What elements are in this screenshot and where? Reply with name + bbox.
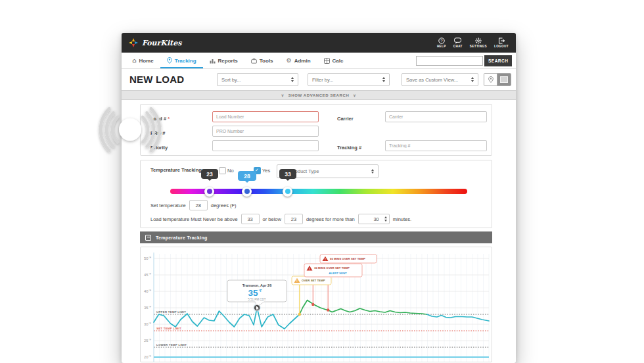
svg-text:20°F: 20°F [144, 355, 152, 359]
stepper-arrows-icon [381, 216, 387, 222]
page-title: NEW LOAD [129, 74, 184, 85]
page: { "topbar": { "brand": "FourKites", "act… [0, 0, 644, 363]
sort-by-select[interactable]: Sort by... [217, 73, 298, 86]
svg-text:50°F: 50°F [144, 256, 152, 260]
svg-text:ALERT SENT: ALERT SENT [329, 272, 347, 275]
collapse-icon[interactable] [145, 235, 151, 241]
calc-grid-icon [324, 58, 330, 64]
load-number-input[interactable] [212, 111, 319, 122]
chevron-down-icon: ∨ [353, 93, 356, 97]
nav-bar: ⌂ Home Tracking Reports Tools ⚙ Admin Ca… [122, 53, 516, 69]
svg-text:Transeon, Apr 26: Transeon, Apr 26 [242, 283, 271, 287]
list-view-icon [500, 76, 508, 83]
svg-text:5:51 PM CDT: 5:51 PM CDT [248, 298, 266, 301]
help-icon: ? [438, 37, 445, 44]
tab-tools[interactable]: Tools [244, 53, 280, 68]
select-arrows-icon [288, 77, 294, 82]
top-bar: FourKites ? HELP CHAT SETTINGS LOGOUT [122, 33, 516, 53]
chevron-down-icon: ∨ [281, 93, 285, 97]
brand[interactable]: FourKites [129, 38, 181, 47]
above-temperature-input[interactable] [241, 214, 260, 224]
tracking-number-label: Tracking # [337, 145, 361, 151]
yes-label: Yes [262, 168, 270, 174]
brand-name: FourKites [142, 39, 181, 47]
search-input[interactable] [416, 56, 483, 66]
tracking-pin-icon [167, 57, 172, 64]
map-pin-icon [488, 76, 494, 83]
carrier-label: Carrier [337, 116, 354, 122]
set-temperature-input[interactable] [189, 200, 208, 210]
chat-button[interactable]: CHAT [453, 37, 463, 49]
search-button[interactable]: SEARCH [484, 55, 512, 66]
select-arrows-icon [379, 77, 385, 82]
temperature-no-checkbox[interactable] [219, 167, 226, 174]
svg-text:30°F: 30°F [144, 322, 152, 326]
logout-button[interactable]: LOGOUT [494, 37, 509, 49]
svg-text:?: ? [440, 39, 443, 43]
high-temp-handle[interactable] [283, 187, 292, 197]
save-custom-view-select[interactable]: Save as Custom View... [402, 73, 478, 86]
temperature-gradient-slider[interactable] [170, 189, 467, 194]
high-temp-bubble: 33 [279, 169, 296, 179]
load-form-panel: Load #* Carrier PRO # Priority Tracking … [140, 104, 492, 156]
svg-text:OVER SET TEMP: OVER SET TEMP [302, 279, 325, 282]
svg-text:60 MINS OVER SET TEMP: 60 MINS OVER SET TEMP [330, 257, 365, 260]
settings-button[interactable]: SETTINGS [470, 37, 487, 49]
admin-gear-icon: ⚙ [287, 58, 292, 64]
tracking-number-input[interactable] [385, 140, 487, 151]
required-asterisk: * [168, 116, 170, 122]
help-button[interactable]: ? HELP [437, 37, 446, 49]
temperature-tracking-panel: Temperature Tracking No Yes Set Product … [140, 160, 492, 228]
list-view-button[interactable] [497, 74, 511, 85]
app-window: FourKites ? HELP CHAT SETTINGS LOGOUT ⌂ [122, 33, 516, 363]
set-temp-bubble: 28 [238, 171, 256, 181]
tab-tracking[interactable]: Tracking [160, 53, 203, 68]
low-temp-bubble: 23 [201, 169, 218, 179]
topbar-actions: ? HELP CHAT SETTINGS LOGOUT [437, 37, 509, 49]
select-arrows-icon [468, 77, 474, 82]
load-toolbar: NEW LOAD Sort by... Filter by... Save as… [122, 69, 516, 91]
chart-section-title: Temperature Tracking [156, 235, 208, 240]
nav-search: SEARCH [416, 53, 512, 68]
gear-icon [475, 37, 482, 44]
svg-text:35°F: 35°F [144, 306, 152, 310]
temperature-chart-panel: 50°F45°F40°F35°F30°F25°F20°FUPPER TEMP L… [140, 247, 492, 362]
tab-admin[interactable]: ⚙ Admin [280, 53, 317, 68]
svg-text:LOWER TEMP LIMIT: LOWER TEMP LIMIT [156, 343, 187, 347]
home-icon: ⌂ [132, 58, 136, 64]
temperature-chart[interactable]: 50°F45°F40°F35°F30°F25°F20°FUPPER TEMP L… [141, 247, 492, 362]
temperature-tracking-label: Temperature Tracking [150, 167, 202, 173]
logout-icon [498, 37, 505, 44]
map-view-toggle-group [484, 73, 511, 86]
show-advanced-search-bar[interactable]: ∨ SHOW ADVANCED SEARCH ∨ [122, 91, 516, 100]
low-temp-handle[interactable] [204, 187, 214, 197]
tab-home[interactable]: ⌂ Home [126, 53, 160, 68]
svg-text:25°F: 25°F [144, 339, 152, 343]
filter-by-select[interactable]: Filter by... [308, 73, 390, 86]
minutes-stepper[interactable] [358, 214, 390, 224]
tab-reports[interactable]: Reports [203, 53, 244, 68]
chat-icon [454, 37, 461, 44]
priority-input[interactable] [212, 140, 319, 151]
select-arrows-icon [368, 169, 374, 174]
temperature-rule-row: Load temperature Must Never be above or … [150, 214, 411, 224]
minutes-input[interactable] [361, 216, 381, 223]
svg-text:SET TEMP LIMIT: SET TEMP LIMIT [156, 327, 181, 330]
bar-chart-icon [210, 58, 216, 64]
tab-calc[interactable]: Calc [317, 53, 350, 68]
fourkites-logo-icon [129, 38, 138, 47]
temperature-chart-section-header[interactable]: Temperature Tracking [140, 231, 492, 243]
set-temp-handle[interactable] [242, 187, 252, 197]
pro-number-input[interactable] [212, 126, 319, 137]
set-temperature-row: Set temperature degrees (F) [150, 200, 237, 210]
svg-text:45°F: 45°F [144, 273, 152, 277]
below-temperature-input[interactable] [285, 214, 303, 224]
briefcase-icon [251, 58, 257, 64]
no-label: No [227, 168, 234, 174]
signal-waves-decoration [87, 93, 166, 167]
svg-text:30 MINS OVER SET TEMP: 30 MINS OVER SET TEMP [314, 266, 350, 270]
carrier-input[interactable] [385, 111, 487, 122]
svg-text:40°F: 40°F [144, 289, 152, 293]
map-pin-button[interactable] [484, 74, 497, 85]
svg-text:UPPER TEMP LIMIT: UPPER TEMP LIMIT [156, 310, 186, 314]
